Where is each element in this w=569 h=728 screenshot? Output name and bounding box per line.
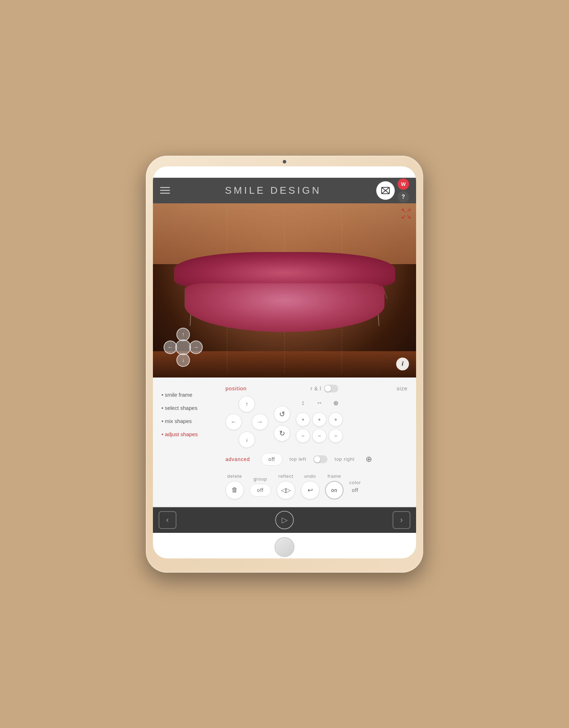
size-minus-btn[interactable]: −	[329, 429, 343, 443]
info-button[interactable]: i	[396, 358, 409, 370]
header-right-section: W ?	[376, 178, 409, 203]
camera	[283, 160, 286, 164]
tablet-device: SMILE DESIGN W ?	[146, 156, 423, 573]
control-panel: smile frame select shapes mix shapes adj…	[153, 378, 416, 507]
undo-action[interactable]: undo ↩	[301, 473, 319, 499]
top-right-label: top right	[335, 456, 355, 462]
rl-label: r & l	[311, 386, 321, 391]
next-button[interactable]: ›	[393, 511, 410, 529]
rl-section: r & l	[252, 385, 397, 392]
delete-label: delete	[227, 473, 242, 479]
upper-lip	[174, 252, 395, 287]
header-icons: W ?	[398, 178, 409, 203]
frame-on-btn[interactable]: on	[325, 481, 344, 499]
controls-grid: ↑ ← → ↓ ↺ ↻	[225, 396, 408, 448]
width-minus-btn[interactable]: −	[312, 429, 326, 443]
group-label: group	[254, 476, 267, 482]
corner-arrow-br[interactable]: ↘	[406, 214, 411, 220]
color-label: color	[349, 480, 361, 485]
rotate-ccw-btn[interactable]: ↺	[274, 406, 290, 422]
size-label: size	[397, 385, 408, 391]
home-button[interactable]	[275, 537, 294, 557]
advanced-row: advanced off top left top right ⊕	[225, 452, 408, 466]
w-button[interactable]: W	[398, 178, 409, 190]
undo-btn[interactable]: ↩	[301, 481, 319, 499]
advanced-label: advanced	[225, 456, 254, 462]
nav-down-button[interactable]: ↓	[176, 353, 190, 367]
size-row-minus: − − −	[296, 429, 343, 443]
position-label: position	[225, 385, 247, 391]
reflect-btn[interactable]: ◁▷	[277, 481, 295, 499]
menu-item-smile-frame[interactable]: smile frame	[161, 388, 225, 401]
tablet-screen: SMILE DESIGN W ?	[153, 166, 416, 558]
menu-list: smile frame select shapes mix shapes adj…	[161, 388, 225, 441]
menu-button[interactable]	[160, 187, 170, 194]
nav-center	[175, 339, 191, 355]
app-title: SMILE DESIGN	[225, 185, 321, 196]
height-plus-btn[interactable]: +	[296, 412, 310, 427]
rotate-cw-btn[interactable]: ↻	[274, 425, 290, 441]
width-plus-btn[interactable]: +	[312, 412, 326, 427]
corner-arrow-tr[interactable]: ↗	[406, 208, 411, 213]
cross-move-btn[interactable]: ⊕	[362, 452, 376, 466]
app-header: SMILE DESIGN W ?	[153, 178, 416, 203]
size-controls: ↕ ↔ ⊕ + + + −	[296, 396, 343, 448]
group-off-btn[interactable]: off	[250, 484, 271, 497]
resize-horizontal-icon: ↔	[312, 396, 326, 410]
frame-label: frame	[328, 473, 341, 479]
navigation-cross: ↑ ↓ ← →	[164, 328, 203, 367]
reflect-label: reflect	[278, 473, 293, 479]
position-controls: ↑ ← → ↓	[225, 396, 268, 448]
action-row: delete 🗑 group off reflect ◁▷	[225, 471, 408, 499]
prev-button[interactable]: ‹	[159, 511, 176, 529]
rl-toggle[interactable]	[324, 385, 338, 392]
next-icon: ›	[400, 515, 403, 525]
delete-action[interactable]: delete 🗑	[225, 473, 244, 499]
pos-down-btn[interactable]: ↓	[239, 432, 255, 448]
color-action[interactable]: color off	[349, 480, 361, 493]
left-menu: smile frame select shapes mix shapes adj…	[161, 385, 225, 499]
size-row-plus: + + +	[296, 412, 343, 427]
menu-item-adjust-shapes[interactable]: adjust shapes	[161, 428, 225, 441]
top-left-label: top left	[289, 456, 306, 462]
corner-arrow-tl[interactable]: ↖	[401, 208, 406, 213]
smile-image-area: ↖ ↗ ↙ ↘ i ↑ ↓ ← →	[153, 203, 416, 378]
pos-left-btn[interactable]: ←	[225, 414, 242, 430]
bottom-bar: ‹ ▷ ›	[153, 507, 416, 533]
color-off-text: off	[352, 487, 358, 493]
play-button[interactable]: ▷	[275, 511, 294, 529]
size-plus-btn[interactable]: +	[329, 412, 343, 427]
play-icon: ▷	[282, 515, 288, 525]
delete-btn[interactable]: 🗑	[225, 481, 244, 499]
resize-vertical-icon: ↕	[296, 396, 310, 410]
height-minus-btn[interactable]: −	[296, 429, 310, 443]
prev-icon: ‹	[166, 515, 169, 525]
group-action[interactable]: group off	[250, 476, 271, 497]
right-controls: position r & l size ↑ ←	[225, 385, 408, 499]
controls-layout: smile frame select shapes mix shapes adj…	[161, 385, 408, 499]
frame-action[interactable]: frame on	[325, 473, 344, 499]
screen-button[interactable]	[376, 181, 395, 200]
pos-right-btn[interactable]: →	[252, 414, 268, 430]
corner-arrows[interactable]: ↖ ↗ ↙ ↘	[401, 208, 411, 220]
help-button[interactable]: ?	[398, 191, 409, 203]
nav-right-button[interactable]: →	[189, 341, 203, 354]
reflect-action[interactable]: reflect ◁▷	[277, 473, 295, 499]
size-row-icons: ↕ ↔ ⊕	[296, 396, 343, 410]
pos-size-row: position r & l size	[225, 385, 408, 392]
pos-lr-row: ← →	[225, 414, 268, 430]
menu-item-mix-shapes[interactable]: mix shapes	[161, 414, 225, 428]
rotate-area: ↺ ↻	[274, 396, 290, 448]
advanced-off-btn[interactable]: off	[261, 453, 282, 466]
top-left-toggle[interactable]	[313, 455, 328, 463]
undo-label: undo	[304, 473, 316, 479]
corner-arrow-bl[interactable]: ↙	[401, 214, 406, 220]
menu-item-select-shapes[interactable]: select shapes	[161, 401, 225, 414]
resize-all-icon: ⊕	[329, 396, 343, 410]
pos-up-btn[interactable]: ↑	[239, 396, 255, 412]
